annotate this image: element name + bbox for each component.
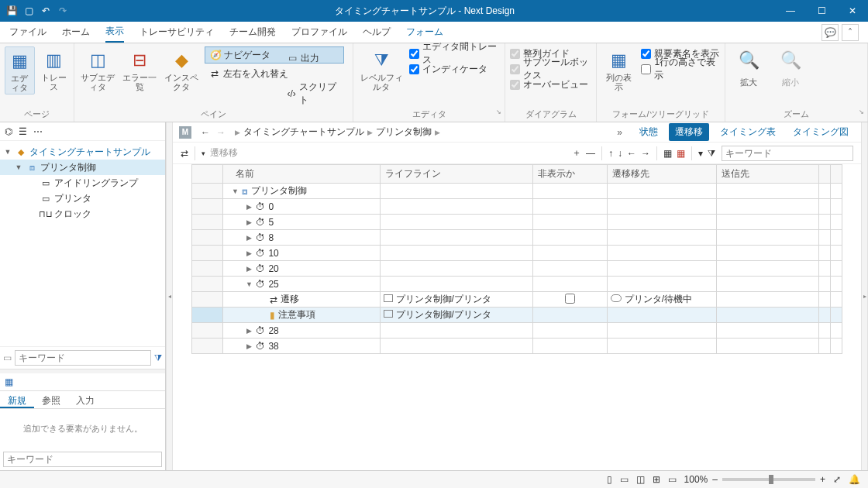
tab-reference[interactable]: 参照 bbox=[34, 391, 68, 408]
grid-keyword-input[interactable] bbox=[722, 146, 853, 161]
output-button[interactable]: ▭出力 bbox=[282, 50, 324, 67]
tree-more-icon[interactable]: ⋯ bbox=[33, 126, 43, 137]
tree-idling[interactable]: ▭ アイドリングランプ bbox=[0, 175, 165, 191]
new-icon[interactable]: ▢ bbox=[22, 4, 36, 18]
menu-file[interactable]: ファイル bbox=[9, 22, 46, 42]
zoom-slider[interactable] bbox=[722, 478, 815, 481]
view-timing-chart[interactable]: タイミング図 bbox=[787, 123, 855, 141]
redo-icon[interactable]: ↷ bbox=[56, 4, 70, 18]
view-timing-table[interactable]: タイミング表 bbox=[714, 123, 782, 141]
swap-button[interactable]: ⇄左右を入れ替え bbox=[205, 65, 344, 82]
hide-check[interactable] bbox=[565, 294, 575, 304]
layout5-icon[interactable]: ▭ bbox=[668, 474, 677, 485]
table-row[interactable]: ▶⏱38 bbox=[192, 339, 842, 354]
back-button[interactable]: ← bbox=[198, 127, 213, 138]
errorlist-button[interactable]: ⊟ エラー一覧 bbox=[121, 46, 158, 93]
oneline-check[interactable]: 1行の高さで表示 bbox=[641, 62, 720, 76]
tree-search-input[interactable] bbox=[15, 350, 151, 366]
filter1-icon[interactable]: ▾ bbox=[698, 148, 703, 159]
splitter[interactable]: ◂ bbox=[166, 122, 173, 470]
filter2-icon[interactable]: ⧩ bbox=[708, 148, 715, 159]
table-row[interactable]: ▶⏱10 bbox=[192, 246, 842, 261]
layout2-icon[interactable]: ▭ bbox=[620, 474, 629, 485]
tab-new[interactable]: 新規 bbox=[0, 391, 34, 408]
comment-icon[interactable]: 💬 bbox=[822, 24, 839, 41]
bottom-keyword-input[interactable] bbox=[3, 452, 162, 467]
table-row[interactable]: ▼⏱25 bbox=[192, 277, 842, 292]
up-icon[interactable]: ↑ bbox=[608, 148, 613, 159]
layout1-icon[interactable]: ▯ bbox=[607, 474, 612, 485]
trace-button[interactable]: ▥ トレース bbox=[40, 46, 69, 93]
subeditor-button[interactable]: ◫ サブエディタ bbox=[79, 46, 116, 93]
menu-form[interactable]: フォーム bbox=[406, 22, 443, 42]
expand-icon[interactable]: ⤢ bbox=[833, 474, 841, 485]
notify-icon[interactable]: 🔔 bbox=[849, 474, 860, 485]
menu-help[interactable]: ヘルプ bbox=[363, 22, 391, 42]
layout4-icon[interactable]: ⊞ bbox=[653, 474, 660, 485]
collapse-ribbon-icon[interactable]: ˄ bbox=[842, 24, 859, 41]
view-state[interactable]: 状態 bbox=[633, 123, 664, 141]
col-lifeline[interactable]: ライフライン bbox=[380, 165, 532, 184]
filter-icon[interactable]: ⧩ bbox=[154, 352, 162, 363]
table-row[interactable]: ▮注意事項プリンタ制御/プリンタ bbox=[192, 308, 842, 323]
table-row[interactable]: ▶⏱28 bbox=[192, 323, 842, 339]
minimize-button[interactable]: — bbox=[775, 0, 806, 22]
table-row[interactable]: ▶⏱5 bbox=[192, 215, 842, 230]
save-icon[interactable]: 💾 bbox=[5, 4, 19, 18]
maximize-button[interactable]: ☐ bbox=[806, 0, 837, 22]
table-row[interactable]: ⇄遷移プリンタ制御/プリンタプリンタ/待機中 bbox=[192, 292, 842, 308]
tree-printer-ctrl[interactable]: ▼⧈ プリンタ制御 bbox=[0, 160, 165, 175]
search-mode-icon[interactable]: ▭ bbox=[3, 352, 12, 363]
editor-button[interactable]: ▦ エディタ bbox=[5, 46, 35, 95]
table-row[interactable]: ▶⏱0 bbox=[192, 199, 842, 215]
grid1-icon[interactable]: ▦ bbox=[663, 148, 672, 159]
crosseditor-check[interactable]: エディタ間トレース bbox=[409, 46, 500, 60]
zoomin-button[interactable]: 🔍 拡大 bbox=[730, 46, 767, 93]
columns-button[interactable]: ▦ 列の表示 bbox=[601, 46, 636, 93]
right-icon[interactable]: → bbox=[641, 148, 650, 159]
columns-icon: ▦ bbox=[607, 48, 632, 73]
down-icon[interactable]: ↓ bbox=[618, 148, 622, 159]
shuffle-icon[interactable]: ⇄ bbox=[181, 148, 188, 159]
tree-structure-icon[interactable]: ⌬ bbox=[5, 126, 12, 137]
add-icon[interactable]: ＋ bbox=[572, 146, 581, 160]
inspector-button[interactable]: ◆ インスペクタ bbox=[163, 46, 200, 93]
script-button[interactable]: ‹/›スクリプト bbox=[282, 85, 344, 102]
close-button[interactable]: ✕ bbox=[837, 0, 868, 22]
indicator-check[interactable]: インディケータ bbox=[409, 62, 500, 76]
tree-root[interactable]: ▼◆ タイミングチャートサンプル bbox=[0, 144, 165, 160]
col-dest[interactable]: 遷移移先 bbox=[607, 165, 717, 184]
col-hidden[interactable]: 非表示か bbox=[532, 165, 607, 184]
menu-traceability[interactable]: トレーサビリティ bbox=[140, 22, 214, 42]
splitter-right[interactable]: ▸ bbox=[861, 122, 868, 470]
zoomout-button[interactable]: 🔍 縮小 bbox=[772, 46, 809, 93]
menu-view[interactable]: 表示 bbox=[105, 22, 124, 43]
view-transition[interactable]: 遷移移 bbox=[669, 123, 709, 141]
menu-home[interactable]: ホーム bbox=[62, 22, 90, 42]
tree-printer[interactable]: ▭ プリンタ bbox=[0, 191, 165, 206]
layout3-icon[interactable]: ◫ bbox=[636, 474, 645, 485]
undo-icon[interactable]: ↶ bbox=[39, 4, 53, 18]
tab-input[interactable]: 入力 bbox=[68, 391, 102, 408]
remove-icon[interactable]: — bbox=[586, 148, 595, 159]
crumb-printer[interactable]: プリンタ制御 bbox=[376, 125, 432, 139]
crumb-root[interactable]: タイミングチャートサンプル bbox=[243, 125, 364, 139]
forward-button[interactable]: → bbox=[213, 127, 229, 138]
tree-stack-icon[interactable]: ☰ bbox=[19, 126, 27, 137]
tree-clock[interactable]: ⊓⊔ クロック bbox=[0, 206, 165, 222]
col-name[interactable]: 名前 bbox=[223, 165, 380, 184]
levelfilter-button[interactable]: ⧩ レベルフィルタ bbox=[358, 46, 405, 93]
table-row[interactable]: ▼⧈プリンタ制御 bbox=[192, 184, 842, 199]
zoom-in-btn[interactable]: + bbox=[820, 474, 825, 485]
table-row[interactable]: ▶⏱8 bbox=[192, 230, 842, 246]
menu-team[interactable]: チーム開発 bbox=[229, 22, 276, 42]
table-row[interactable]: ▶⏱20 bbox=[192, 261, 842, 277]
grid2-icon[interactable]: ▦ bbox=[677, 148, 685, 159]
views-more[interactable]: » bbox=[611, 125, 629, 140]
col-send[interactable]: 送信先 bbox=[717, 165, 818, 184]
left-icon[interactable]: ← bbox=[627, 148, 636, 159]
project-icon: ◆ bbox=[16, 147, 26, 157]
zoom-out-btn[interactable]: – bbox=[712, 474, 718, 485]
chevron-down-icon[interactable]: ▾ bbox=[202, 149, 205, 157]
menu-profile[interactable]: プロファイル bbox=[291, 22, 347, 42]
